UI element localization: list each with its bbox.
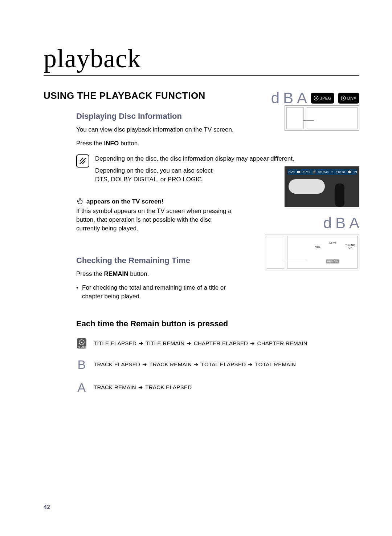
remain-button-label: REMAIN bbox=[326, 259, 339, 263]
info-button-name: INFO bbox=[104, 140, 119, 147]
press-post: button. bbox=[119, 140, 139, 147]
disc-icon bbox=[314, 96, 319, 101]
jpeg-label: JPEG bbox=[320, 96, 331, 100]
tv-screenshot: DVD 📖01/01 🎬001/040 ⏱0:00:37 💬1/1 ▶ bbox=[285, 166, 359, 207]
note-line3: DTS, DOLBY DIGITAL, or PRO LOGIC. bbox=[95, 175, 294, 184]
tv-warn-heading: appears on the TV screen! bbox=[76, 197, 232, 205]
remain-button-name: REMAIN bbox=[104, 270, 128, 277]
seq-dvd-0: TITLE ELAPSED bbox=[94, 340, 136, 346]
page-number: 42 bbox=[44, 504, 50, 511]
seq-row-b: B TRACK ELAPSED➔TRACK REMAIN➔TOTAL ELAPS… bbox=[76, 358, 359, 372]
format-letter-d: d bbox=[323, 214, 332, 232]
remain-bullet-text: For checking the total and remaining tim… bbox=[82, 283, 227, 301]
jpeg-badge: JPEG bbox=[311, 93, 334, 104]
hand-icon bbox=[76, 197, 84, 205]
note-line1: Depending on the disc, the disc informat… bbox=[95, 154, 294, 163]
tv-warn-text: appears on the TV screen! bbox=[86, 198, 164, 205]
note-line2: Depending on the disc, you can also sele… bbox=[95, 166, 294, 175]
format-letter-b: B bbox=[283, 89, 293, 107]
disc-icon bbox=[341, 96, 346, 101]
svg-point-1 bbox=[315, 97, 317, 99]
tuning-label: TUNING bbox=[345, 244, 355, 246]
seq-b-0: TRACK ELAPSED bbox=[94, 361, 140, 367]
each-section: Each time the Remain button is pressed D… bbox=[76, 319, 359, 395]
remain-format-icons: d B A bbox=[323, 214, 359, 232]
format-letter-b: B bbox=[335, 214, 346, 232]
remote-diagram-remain: VOL MUTE TUNING /CH REMAIN bbox=[265, 234, 359, 270]
seq-a-1: TRACK ELAPSED bbox=[145, 384, 192, 390]
seq-b-1: TRACK REMAIN bbox=[149, 361, 192, 367]
svg-point-6 bbox=[81, 342, 82, 343]
seq-a-0: TRACK REMAIN bbox=[94, 384, 136, 390]
remote-diagram-info bbox=[285, 105, 359, 131]
divx-label: DivX bbox=[347, 96, 356, 100]
disc-info-format-icons: d B A JPEG DivX bbox=[271, 89, 359, 107]
seq-a-icon: A bbox=[76, 380, 87, 395]
seq-a-text: TRACK REMAIN➔TRACK ELAPSED bbox=[94, 384, 192, 391]
press-post: button. bbox=[128, 270, 149, 277]
tv-dvd: DVD bbox=[289, 170, 295, 174]
format-letter-d: d bbox=[271, 89, 279, 107]
page: playback USING THE PLAYBACK FUNCTION d B… bbox=[0, 0, 392, 536]
divx-badge: DivX bbox=[338, 93, 359, 104]
dvd-video-icon: DVD-VIDEO bbox=[76, 338, 87, 349]
seq-b-text: TRACK ELAPSED➔TRACK REMAIN➔TOTAL ELAPSED… bbox=[94, 361, 296, 368]
seq-dvd-1: TITLE REMAIN bbox=[146, 340, 184, 346]
remain-bullet: • For checking the total and remaining t… bbox=[76, 283, 359, 301]
vol-label: VOL bbox=[315, 246, 320, 248]
seq-row-a: A TRACK REMAIN➔TRACK ELAPSED bbox=[76, 380, 359, 395]
note-icon bbox=[76, 154, 89, 168]
press-pre: Press the bbox=[76, 270, 104, 277]
tv-title: 01/01 bbox=[303, 170, 310, 174]
mute-label: MUTE bbox=[329, 242, 336, 245]
format-letter-a: A bbox=[297, 89, 307, 107]
format-letter-a: A bbox=[349, 214, 359, 232]
seq-b-2: TOTAL ELAPSED bbox=[201, 361, 246, 367]
chapter-title: playback bbox=[44, 44, 359, 76]
each-heading: Each time the Remain button is pressed bbox=[76, 319, 359, 329]
tv-info-bar: DVD 📖01/01 🎬001/040 ⏱0:00:37 💬1/1 ▶ bbox=[287, 169, 357, 175]
seq-b-icon: B bbox=[76, 358, 87, 372]
note-body: Depending on the disc, the disc informat… bbox=[95, 154, 294, 184]
svg-text:DVD-VIDEO: DVD-VIDEO bbox=[77, 346, 87, 348]
disc-info-press: Press the INFO button. bbox=[76, 139, 359, 148]
press-pre: Press the bbox=[76, 140, 104, 147]
seq-dvd-2: CHAPTER ELAPSED bbox=[194, 340, 248, 346]
tv-time: 0:00:37 bbox=[336, 170, 346, 174]
ch-label: /CH bbox=[348, 246, 352, 249]
remain-press: Press the REMAIN button. bbox=[76, 270, 359, 278]
seq-b-3: TOTAL REMAIN bbox=[255, 361, 296, 367]
tv-warn-body: If this symbol appears on the TV screen … bbox=[76, 207, 232, 233]
seq-dvd-3: CHAPTER REMAIN bbox=[257, 340, 307, 346]
seq-row-dvd: DVD-VIDEO TITLE ELAPSED➔TITLE REMAIN➔CHA… bbox=[76, 338, 359, 349]
tv-sub: 1/1 bbox=[354, 170, 358, 174]
seq-dvd-text: TITLE ELAPSED➔TITLE REMAIN➔CHAPTER ELAPS… bbox=[94, 340, 307, 347]
tv-chap: 001/040 bbox=[318, 170, 328, 174]
svg-point-3 bbox=[343, 97, 344, 99]
